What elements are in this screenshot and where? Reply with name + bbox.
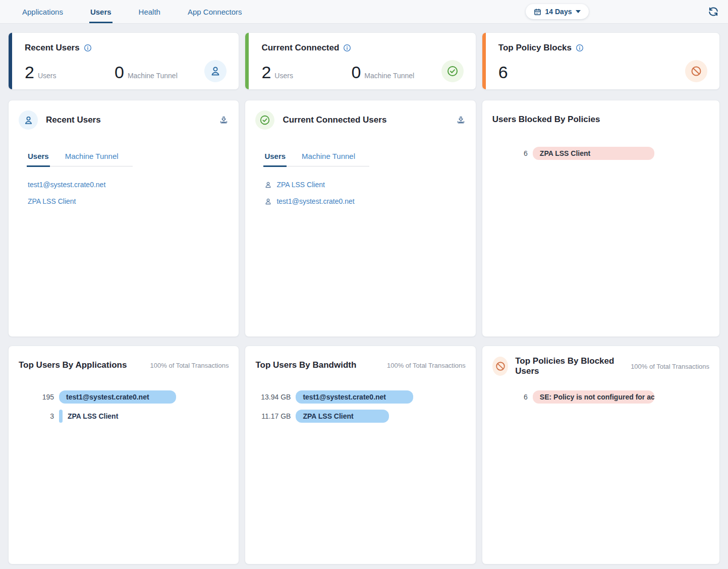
users-blocked-by-policies-panel: Users Blocked By Policies 6 ZPA LSS Clie…: [482, 100, 720, 337]
user-link-label: test1@systest.crate0.net: [276, 197, 354, 205]
panel-title: Top Users By Bandwidth: [255, 360, 356, 370]
machine-tunnel-label: Machine Tunnel: [364, 72, 414, 80]
user-link[interactable]: ZPA LSS Client: [28, 197, 229, 205]
bar-value: 3: [19, 412, 54, 420]
card-title: Recent Users: [25, 43, 227, 53]
bar-row: 11.17 GB ZPA LSS Client: [255, 410, 465, 423]
chevron-down-icon: [576, 10, 581, 13]
subtab-machine-tunnel[interactable]: Machine Tunnel: [301, 152, 356, 167]
panel-subtitle: 100% of Total Transactions: [631, 363, 709, 370]
users-count-label: Users: [38, 72, 57, 80]
bar-row: 195 test1@systest.crate0.net: [19, 390, 229, 404]
check-circle-icon: [441, 60, 464, 82]
tab-users[interactable]: Users: [89, 2, 113, 23]
bar-value: 195: [19, 393, 54, 401]
connected-users-count: 2 Users: [261, 63, 351, 82]
bar-value: 6: [492, 393, 528, 401]
current-connected-summary-card: Current Connected 2 Users 0 Machine Tunn…: [245, 32, 476, 90]
date-range-selector[interactable]: 14 Days: [526, 4, 589, 19]
user-link[interactable]: ZPA LSS Client: [264, 181, 465, 189]
blocks-count-value: 6: [498, 63, 508, 82]
check-circle-icon: [255, 110, 274, 130]
panel-title: Top Policies By Blocked Users: [515, 356, 619, 376]
info-icon[interactable]: [343, 44, 351, 52]
info-icon[interactable]: [576, 44, 584, 52]
card-title: Current Connected: [261, 43, 463, 53]
bar-value: 11.17 GB: [255, 412, 291, 420]
card-title: Top Policy Blocks: [498, 43, 707, 53]
recent-users-summary-card: Recent Users 2 Users 0 Machine Tunnel: [8, 32, 239, 90]
bar-label: test1@systest.crate0.net: [66, 393, 149, 401]
user-applications-bar[interactable]: test1@systest.crate0.net: [59, 390, 176, 404]
recent-users-title: Recent Users: [25, 43, 80, 53]
users-count-label: Users: [274, 72, 293, 80]
blocked-policy-bar[interactable]: SE: Policy is not configured for access: [533, 390, 655, 404]
panel-title: Current Connected Users: [283, 115, 386, 125]
top-policies-by-blocked-users-panel: Top Policies By Blocked Users 100% of To…: [482, 346, 720, 564]
user-link-label: ZPA LSS Client: [276, 181, 324, 189]
panel-subtitle: 100% of Total Transactions: [387, 362, 466, 369]
top-policy-blocks-title: Top Policy Blocks: [498, 43, 572, 53]
tab-applications[interactable]: Applications: [21, 2, 64, 23]
bar-label: ZPA LSS Client: [68, 412, 118, 420]
machine-tunnel-value: 0: [351, 63, 360, 82]
user-icon: [204, 60, 227, 82]
user-icon: [19, 110, 38, 130]
recent-users-count: 2 Users: [25, 63, 115, 82]
bar-row: 6 SE: Policy is not configured for acces…: [492, 390, 709, 404]
panel-title: Top Users By Applications: [19, 360, 127, 370]
top-policy-blocks-summary-card: Top Policy Blocks 6: [482, 32, 720, 90]
bar-value: 6: [492, 149, 528, 157]
current-connected-users-panel: Current Connected Users Users Machine Tu…: [245, 100, 476, 337]
top-users-by-applications-panel: Top Users By Applications 100% of Total …: [8, 346, 239, 564]
policy-blocks-count: 6: [498, 63, 588, 82]
top-users-by-bandwidth-panel: Top Users By Bandwidth 100% of Total Tra…: [245, 346, 476, 564]
connected-machine-tunnel-count: 0 Machine Tunnel: [351, 63, 441, 82]
bar-label: ZPA LSS Client: [303, 412, 353, 420]
bar-label: SE: Policy is not configured for access: [540, 393, 655, 401]
user-link[interactable]: test1@systest.crate0.net: [28, 181, 229, 189]
refresh-button[interactable]: [708, 6, 719, 17]
bar-value: 13.94 GB: [255, 393, 291, 401]
panel-subtitle: 100% of Total Transactions: [150, 362, 229, 369]
calendar-icon: [534, 8, 541, 16]
connected-users-subtabs: Users Machine Tunnel: [263, 152, 369, 166]
top-tabs: Applications Users Health App Connectors: [21, 0, 243, 23]
bar-label: ZPA LSS Client: [540, 149, 590, 157]
bar-row: 3 ZPA LSS Client: [19, 410, 229, 423]
subtab-machine-tunnel[interactable]: Machine Tunnel: [64, 152, 120, 167]
bar-row: 6 ZPA LSS Client: [492, 147, 709, 160]
tab-app-connectors[interactable]: App Connectors: [187, 2, 243, 23]
current-connected-title: Current Connected: [261, 43, 339, 53]
export-icon: [219, 116, 229, 125]
panel-title: Recent Users: [46, 115, 101, 125]
person-icon: [264, 181, 272, 189]
info-icon[interactable]: [84, 44, 92, 52]
export-button[interactable]: [219, 116, 229, 125]
block-icon: [492, 357, 508, 376]
subtab-users[interactable]: Users: [263, 152, 287, 167]
date-range-label: 14 Days: [545, 8, 572, 16]
recent-users-subtabs: Users Machine Tunnel: [27, 152, 133, 166]
export-icon: [456, 116, 466, 125]
machine-tunnel-label: Machine Tunnel: [128, 72, 178, 80]
user-bandwidth-bar[interactable]: ZPA LSS Client: [296, 410, 389, 423]
recent-machine-tunnel-count: 0 Machine Tunnel: [115, 63, 204, 82]
recent-users-panel: Recent Users Users Machine Tunnel test1@…: [8, 100, 239, 337]
bar-row: 13.94 GB test1@systest.crate0.net: [255, 390, 465, 404]
panel-title: Users Blocked By Policies: [492, 115, 600, 125]
user-applications-bar[interactable]: [59, 410, 63, 423]
top-navigation-bar: Applications Users Health App Connectors…: [0, 0, 728, 24]
tab-health[interactable]: Health: [138, 2, 161, 23]
user-link[interactable]: test1@systest.crate0.net: [264, 197, 465, 205]
machine-tunnel-value: 0: [115, 63, 124, 82]
refresh-icon: [708, 6, 719, 17]
users-count-value: 2: [261, 63, 270, 82]
export-button[interactable]: [456, 116, 466, 125]
block-icon: [685, 60, 707, 82]
user-bandwidth-bar[interactable]: test1@systest.crate0.net: [296, 390, 413, 404]
subtab-users[interactable]: Users: [27, 152, 50, 167]
person-icon: [264, 198, 272, 205]
blocked-user-bar[interactable]: ZPA LSS Client: [533, 147, 655, 160]
users-count-value: 2: [25, 63, 34, 82]
